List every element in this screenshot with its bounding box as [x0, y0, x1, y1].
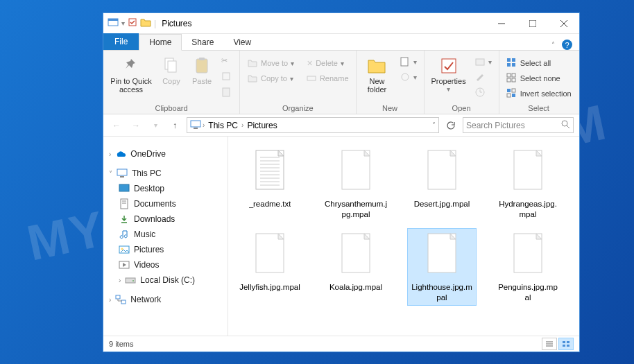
nav-documents[interactable]: Documents [106, 196, 225, 211]
qat-separator: | [154, 19, 156, 28]
copy-button[interactable]: Copy [157, 53, 185, 87]
videos-icon [119, 259, 130, 270]
file-item[interactable]: Hydrangeas.jpg.mpal [493, 145, 563, 223]
nav-label: Desktop [134, 184, 164, 193]
tab-share[interactable]: Share [182, 35, 223, 50]
explorer-body: › OneDrive ˅ This PC Desktop Documents D… [103, 137, 579, 336]
pin-to-quick-access-button[interactable]: Pin to Quick access [108, 53, 155, 95]
file-name: Jellyfish.jpg.mpal [239, 282, 300, 293]
file-item[interactable]: _readme.txt [235, 145, 305, 223]
svg-rect-70 [563, 345, 565, 347]
svg-rect-9 [196, 59, 207, 73]
svg-rect-22 [512, 63, 515, 67]
breadcrumb-item[interactable]: This PC [206, 121, 240, 130]
nav-network[interactable]: › Network [106, 292, 225, 307]
rename-button[interactable]: Rename [303, 71, 352, 85]
file-name: Penguins.jpg.mpal [496, 282, 560, 303]
chevron-down-icon[interactable]: ˅ [432, 121, 436, 129]
paste-button[interactable]: Paste [188, 53, 216, 87]
rename-icon [306, 73, 317, 84]
svg-rect-8 [168, 61, 176, 72]
copy-to-button[interactable]: Copy to▾ [244, 71, 296, 85]
open-button[interactable]: ▾ [472, 55, 495, 69]
select-all-button[interactable]: Select all [504, 56, 554, 70]
breadcrumb-item[interactable]: Pictures [245, 121, 279, 130]
tab-file[interactable]: File [103, 33, 139, 50]
tab-home[interactable]: Home [139, 34, 182, 51]
history-button[interactable] [472, 85, 495, 99]
svg-rect-44 [126, 278, 135, 283]
search-input[interactable]: Search Pictures [463, 117, 574, 133]
breadcrumb[interactable]: › This PC › Pictures ˅ [187, 117, 439, 133]
nav-local-disk[interactable]: › Local Disk (C:) [106, 272, 225, 288]
recent-locations-button[interactable]: ▾ [148, 118, 163, 133]
new-item-button[interactable]: ▾ [397, 55, 420, 69]
collapse-icon[interactable]: ˅ [109, 170, 112, 177]
file-item[interactable]: Jellyfish.jpg.mpal [235, 228, 305, 306]
chevron-right-icon[interactable]: › [203, 121, 205, 129]
file-list[interactable]: _readme.txtChrysanthemum.jpg.mpalDesert.… [228, 137, 579, 336]
properties-qat-icon[interactable] [128, 17, 137, 29]
nav-videos[interactable]: Videos [106, 257, 225, 272]
file-item[interactable]: Penguins.jpg.mpal [493, 228, 563, 306]
folder-qat-icon[interactable] [140, 17, 151, 29]
help-icon[interactable]: ? [562, 40, 572, 50]
file-item[interactable]: Koala.jpg.mpal [321, 228, 391, 306]
nav-this-pc[interactable]: ˅ This PC [106, 166, 225, 181]
file-icon [507, 231, 549, 279]
refresh-button[interactable] [443, 118, 459, 133]
minimize-button[interactable] [486, 13, 517, 33]
nav-label: Pictures [134, 245, 164, 254]
expand-icon[interactable]: › [109, 150, 111, 158]
nav-label: This PC [132, 168, 162, 178]
ribbon: Pin to Quick access Copy Paste ✂ [103, 51, 579, 114]
ribbon-collapse-icon[interactable]: ˄ [551, 41, 555, 49]
open-icon [474, 56, 486, 67]
expand-icon[interactable]: › [119, 277, 121, 284]
chevron-right-icon[interactable]: › [241, 121, 243, 129]
easy-access-button[interactable]: ▾ [397, 70, 420, 84]
tab-view[interactable]: View [223, 35, 261, 50]
file-name: Hydrangeas.jpg.mpal [496, 199, 560, 220]
nav-pictures[interactable]: Pictures [106, 242, 225, 257]
nav-downloads[interactable]: Downloads [106, 211, 225, 227]
new-folder-button[interactable]: New folder [361, 53, 394, 95]
nav-onedrive[interactable]: › OneDrive [106, 146, 225, 162]
file-item[interactable]: Lighthouse.jpg.mpal [407, 228, 477, 306]
svg-rect-25 [507, 78, 511, 82]
svg-rect-46 [116, 295, 120, 299]
paste-shortcut-button[interactable] [219, 85, 235, 99]
nav-music[interactable]: Music [106, 227, 225, 242]
maximize-button[interactable] [517, 13, 548, 33]
ribbon-group-organize: Move to▾ ✕ Delete▾ Copy to▾ Rename [240, 51, 357, 114]
svg-rect-68 [563, 341, 565, 343]
file-name: Lighthouse.jpg.mpal [410, 282, 474, 303]
new-folder-label: New folder [363, 77, 391, 94]
forward-button[interactable]: → [128, 118, 144, 133]
up-button[interactable]: ↑ [167, 118, 182, 133]
select-group-label: Select [528, 104, 549, 112]
cut-button[interactable]: ✂ [219, 55, 235, 69]
edit-button[interactable] [472, 70, 495, 84]
file-item[interactable]: Chrysanthemum.jpg.mpal [321, 145, 391, 223]
properties-button[interactable]: Properties ▾ [429, 53, 469, 94]
copy-path-button[interactable] [219, 70, 235, 84]
music-icon [119, 229, 130, 240]
file-item[interactable]: Desert.jpg.mpal [407, 145, 477, 223]
invert-selection-button[interactable]: Invert selection [504, 87, 574, 101]
close-button[interactable] [548, 13, 579, 33]
copy-path-icon [221, 71, 232, 83]
svg-point-45 [132, 280, 134, 281]
expand-icon[interactable]: › [109, 296, 111, 304]
move-to-button[interactable]: Move to▾ [244, 56, 297, 70]
svg-rect-20 [512, 58, 515, 62]
copy-icon [160, 55, 182, 77]
details-view-button[interactable] [542, 338, 557, 350]
qat-dropdown[interactable]: ▾ [121, 19, 125, 27]
select-none-button[interactable]: Select none [504, 71, 563, 85]
delete-button[interactable]: ✕ Delete▾ [304, 56, 347, 70]
svg-rect-36 [120, 176, 124, 177]
nav-desktop[interactable]: Desktop [106, 181, 225, 196]
icons-view-button[interactable] [558, 338, 574, 350]
back-button[interactable]: ← [109, 118, 124, 133]
